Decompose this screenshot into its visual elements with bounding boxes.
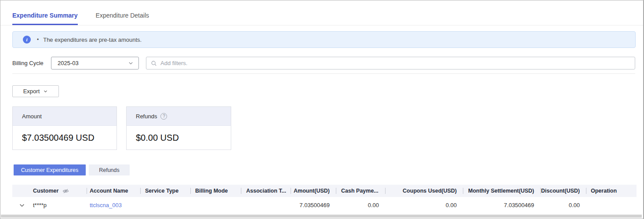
header-amount: Amount(USD) <box>291 185 336 197</box>
row-customer: t****p <box>31 197 87 213</box>
tab-expenditure-summary[interactable]: Expenditure Summary <box>12 12 78 25</box>
header-discount: Discount(USD) <box>540 185 586 197</box>
header-account-name: Account Name <box>87 185 140 197</box>
account-name-link[interactable]: ttclscna_003 <box>90 202 122 208</box>
header-cash-payment: Cash Payme... <box>336 185 385 197</box>
summary-cards: Amount $7.03500469 USD Refunds ? $0.00 U… <box>12 106 643 150</box>
expand-row-icon[interactable] <box>19 202 25 208</box>
header-customer: Customer <box>31 185 87 197</box>
header-association-type: Association T... <box>241 185 291 197</box>
row-billing-mode <box>190 197 241 213</box>
bullet-icon: • <box>37 36 39 43</box>
eye-off-icon[interactable] <box>62 188 69 194</box>
section-divider <box>12 73 635 74</box>
header-billing-mode: Billing Mode <box>190 185 241 197</box>
tab-expenditure-details[interactable]: Expenditure Details <box>96 12 149 25</box>
tab-customer-expenditures[interactable]: Customer Expenditures <box>14 164 86 175</box>
header-expand-column <box>12 185 31 197</box>
header-coupons-used: Coupons Used(USD) <box>385 185 463 197</box>
row-operation <box>586 197 637 213</box>
tab-refunds[interactable]: Refunds <box>89 164 130 175</box>
info-icon: i <box>23 36 31 44</box>
info-banner: i • The expenditures are pre-tax amounts… <box>12 31 636 48</box>
horizontal-scrollbar[interactable] <box>1 215 642 218</box>
chevron-down-icon <box>43 89 48 94</box>
expenditures-table: Customer Account Name Service Type Billi… <box>12 185 637 213</box>
header-operation: Operation <box>586 185 637 197</box>
refunds-card-value: $0.00 USD <box>127 126 231 143</box>
export-label: Export <box>23 88 40 95</box>
banner-text: The expenditures are pre-tax amounts. <box>43 36 142 43</box>
billing-cycle-select[interactable]: 2025-03 <box>51 57 139 69</box>
search-input[interactable] <box>160 60 630 66</box>
row-monthly-settlement: 7.03500469 <box>463 197 540 213</box>
row-expand-cell <box>12 197 31 213</box>
row-amount: 7.03500469 <box>291 197 336 213</box>
search-icon <box>151 60 157 66</box>
page-tabbar: Expenditure Summary Expenditure Details <box>0 0 643 26</box>
row-discount: 0.00 <box>540 197 586 213</box>
table-row: t****p ttclscna_003 7.03500469 0.00 0.00… <box>12 197 637 213</box>
filter-row: Billing Cycle 2025-03 <box>12 57 635 69</box>
header-service-type: Service Type <box>140 185 190 197</box>
refunds-card-title: Refunds <box>136 113 157 120</box>
table-section-tabs: Customer Expenditures Refunds <box>14 164 643 175</box>
expenditure-summary-page: Expenditure Summary Expenditure Details … <box>0 0 644 219</box>
billing-cycle-label: Billing Cycle <box>12 60 51 66</box>
chevron-down-icon <box>128 60 134 66</box>
help-icon[interactable]: ? <box>160 113 167 120</box>
export-button[interactable]: Export <box>12 85 59 97</box>
amount-card-value: $7.03500469 USD <box>13 126 116 143</box>
refunds-card-header: Refunds ? <box>127 107 231 126</box>
row-association-type <box>241 197 291 213</box>
amount-card-header: Amount <box>13 107 116 126</box>
row-service-type <box>140 197 190 213</box>
amount-card: Amount $7.03500469 USD <box>12 106 117 150</box>
row-account-name: ttclscna_003 <box>87 197 140 213</box>
header-monthly-settlement: Monthly Settlement(USD) <box>463 185 540 197</box>
amount-card-title: Amount <box>22 113 42 120</box>
billing-cycle-value: 2025-03 <box>58 60 79 66</box>
refunds-card: Refunds ? $0.00 USD <box>126 106 231 150</box>
table-header-row: Customer Account Name Service Type Billi… <box>12 185 637 197</box>
filter-search[interactable] <box>146 57 635 69</box>
row-coupons-used: 0.00 <box>385 197 463 213</box>
row-cash-payment: 0.00 <box>336 197 385 213</box>
